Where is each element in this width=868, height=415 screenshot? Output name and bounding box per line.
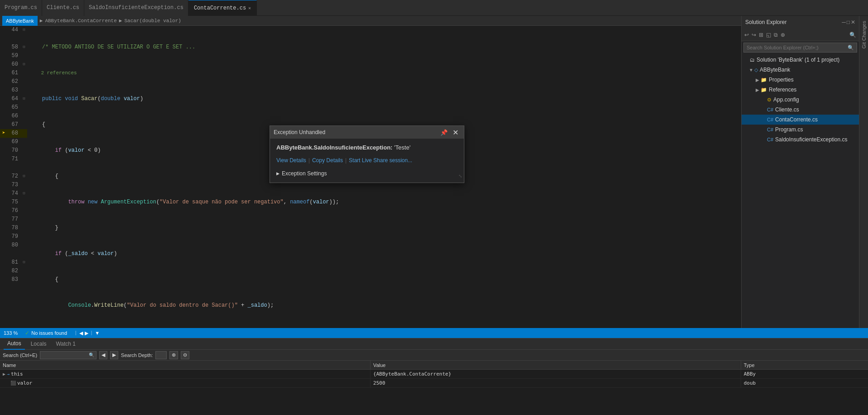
tab-saldo[interactable]: SaldoInsuficienteException.cs: [84, 0, 188, 16]
se-search-bar: 🔍: [743, 43, 857, 53]
code-line-67: Console.WriteLine("Valor do saque dentro…: [29, 327, 741, 328]
tree-item-conta[interactable]: C# ContaCorrente.cs: [742, 115, 859, 125]
depth-up-btn[interactable]: ⊕: [169, 351, 178, 359]
nav-divider: |: [74, 330, 77, 336]
conta-file-icon: C#: [767, 117, 773, 122]
program-label: Program.cs: [775, 126, 803, 133]
table-header: Name Value Type: [0, 361, 868, 370]
tab-locals[interactable]: Locals: [27, 338, 50, 350]
pin-button[interactable]: 📌: [439, 129, 449, 136]
valor-var-icon: ⬛: [10, 381, 16, 386]
tab-conta-close[interactable]: ✕: [248, 5, 251, 11]
nav-file[interactable]: ABByteBank.ContaCorrente: [45, 18, 116, 24]
resize-handle-icon[interactable]: ⤡: [458, 172, 462, 181]
table-row-valor: ⬛ valor 2500 doub: [0, 379, 868, 388]
close-exception-button[interactable]: ✕: [451, 128, 460, 137]
se-close-btn[interactable]: ─: [842, 19, 846, 25]
autos-search-input[interactable]: [42, 352, 87, 358]
bottom-tabs-bar: Autos Locals Watch 1: [0, 338, 868, 350]
code-line-62: throw new ArgumentException("Valor de sa…: [29, 198, 741, 207]
conta-label: ContaCorrente.cs: [775, 116, 818, 123]
tab-program[interactable]: Program.cs: [0, 0, 42, 16]
this-arrow-icon: →: [7, 372, 10, 376]
tab-conta[interactable]: ContaCorrente.cs ✕: [188, 0, 257, 16]
se-btn2[interactable]: ↪: [751, 31, 757, 39]
exception-body: ABByteBank.SaldoInsuficienteException: '…: [270, 139, 464, 183]
tree-item-cliente[interactable]: C# Cliente.cs: [742, 105, 859, 115]
editor-nav-bar: ABByteBank ▶ ABByteBank.ContaCorrente ▶ …: [0, 16, 741, 26]
tab-autos[interactable]: Autos: [4, 338, 25, 350]
status-nav-controls: | ◀ ▶ | ▼: [74, 330, 100, 336]
se-close2-btn[interactable]: ✕: [851, 19, 855, 25]
right-sidebar-tabs: Git Changes: [859, 16, 868, 328]
live-share-link[interactable]: Start Live Share session...: [349, 156, 412, 165]
nav-back-btn[interactable]: ◀: [79, 330, 83, 336]
code-line-58: public void Sacar(double valor): [29, 95, 741, 103]
col-type: Type: [741, 361, 868, 369]
saldo-label: SaldoInsuficienteException.cs: [775, 136, 847, 143]
row-valor-name: ⬛ valor: [0, 379, 371, 387]
se-btn6[interactable]: ⊕: [780, 31, 786, 39]
code-editor: 44 ⊟ 58 ⊟: [0, 26, 741, 328]
se-btn1[interactable]: ↩: [743, 31, 750, 39]
status-zoom: 133 %: [4, 330, 18, 336]
tab-cliente[interactable]: Cliente.cs: [42, 0, 84, 16]
exception-message: ABByteBank.SaldoInsuficienteException: '…: [276, 143, 458, 152]
tree-item-project[interactable]: ▼ ◇ ABByteBank: [742, 65, 859, 75]
check-icon: ✓: [25, 330, 29, 336]
copy-details-link[interactable]: Copy Details: [312, 156, 343, 165]
tree-item-saldo[interactable]: C# SaldoInsuficienteException.cs: [742, 135, 859, 145]
editor-area: ABByteBank ▶ ABByteBank.ContaCorrente ▶ …: [0, 16, 741, 328]
se-toolbar: ↩ ↪ ⊞ ◱ ⧉ ⊕ 🔍: [742, 29, 859, 41]
row-valor-type: doub: [741, 379, 868, 387]
git-changes-tab[interactable]: Git Changes: [860, 18, 868, 51]
search-depth-input[interactable]: 3: [155, 351, 167, 359]
link-sep1: |: [309, 156, 310, 165]
depth-down-btn[interactable]: ⊖: [181, 351, 189, 359]
status-issues[interactable]: ✓ No issues found: [25, 330, 67, 336]
nav-down-btn[interactable]: ▼: [95, 330, 100, 336]
nav-method[interactable]: Sacar(double valor): [124, 18, 181, 24]
tab-cliente-label: Cliente.cs: [47, 5, 79, 11]
code-line-ref2: 2 references: [29, 69, 741, 77]
nav-fwd-btn[interactable]: ▶: [85, 330, 88, 336]
search-fwd-btn[interactable]: ▶: [110, 351, 118, 359]
exception-links: View Details | Copy Details | Start Live…: [276, 156, 458, 165]
row-this-type: ABBy: [741, 370, 868, 378]
props-expand-icon: ▶: [754, 77, 761, 82]
exception-settings[interactable]: ▶ Exception Settings: [276, 169, 458, 178]
appconfig-label: App.config: [773, 97, 799, 103]
nav-abbytebank[interactable]: ABByteBank: [2, 16, 38, 26]
tree-item-appconfig[interactable]: ⚙ App.config: [742, 95, 859, 105]
se-btn3[interactable]: ⊞: [758, 31, 764, 39]
se-maximize-btn[interactable]: □: [847, 19, 850, 25]
search-depth-label: Search Depth:: [121, 352, 153, 358]
row-this-name: ▶ → this: [0, 370, 371, 378]
se-search-input[interactable]: [747, 45, 848, 50]
tab-watch1[interactable]: Watch 1: [52, 338, 79, 350]
exception-name: ABByteBank.SaldoInsuficienteException:: [276, 144, 392, 151]
properties-folder-icon: 📁: [761, 77, 767, 83]
properties-label: Properties: [769, 77, 794, 83]
references-folder-icon: 📁: [761, 87, 767, 93]
se-search-btn[interactable]: 🔍: [849, 31, 857, 39]
search-box: 🔍: [40, 351, 96, 359]
solution-icon: 🗂: [750, 57, 755, 63]
settings-triangle-icon: ▶: [276, 169, 280, 178]
nav-separator2: ▶: [119, 18, 122, 24]
se-btn5[interactable]: ⧉: [773, 31, 779, 39]
nav-divider2: |: [90, 330, 93, 336]
project-icon: ◇: [754, 67, 758, 73]
tree-item-properties[interactable]: ▶ 📁 Properties: [742, 75, 859, 85]
se-btn4[interactable]: ◱: [765, 31, 772, 39]
solution-explorer: Solution Explorer ─ □ ✕ ↩ ↪ ⊞ ◱ ⧉ ⊕ 🔍 🔍: [741, 16, 859, 328]
table-row-this: ▶ → this {ABByteBank.ContaCorrente} ABBy: [0, 370, 868, 379]
tree-item-program[interactable]: C# Program.cs: [742, 125, 859, 135]
search-back-btn[interactable]: ◀: [99, 351, 107, 359]
tree-item-references[interactable]: ▶ 📁 References: [742, 85, 859, 95]
valor-name-text: valor: [17, 380, 32, 386]
this-expand-icon[interactable]: ▶: [3, 372, 5, 376]
view-details-link[interactable]: View Details: [276, 156, 306, 165]
tree-item-solution[interactable]: 🗂 Solution 'ByteBank' (1 of 1 project): [742, 55, 859, 65]
se-tree: 🗂 Solution 'ByteBank' (1 of 1 project) ▼…: [742, 54, 859, 328]
